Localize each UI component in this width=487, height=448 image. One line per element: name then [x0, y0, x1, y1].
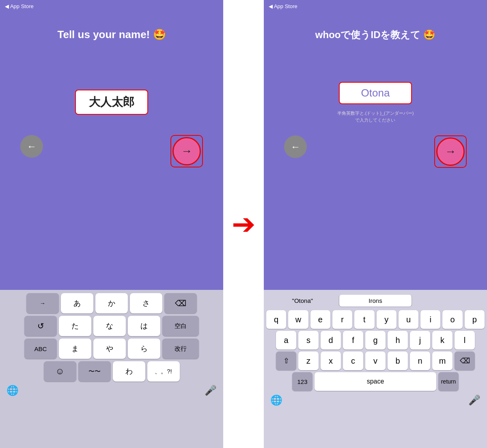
- key-t[interactable]: t: [354, 310, 374, 329]
- left-mic-icon[interactable]: 🎤: [205, 385, 217, 396]
- right-kb-row2: a s d f g h j k l: [266, 331, 485, 349]
- right-nav-buttons: ← →: [276, 135, 475, 168]
- key-h[interactable]: h: [388, 331, 408, 349]
- key-n[interactable]: n: [410, 352, 430, 370]
- left-key-space[interactable]: 空白: [162, 316, 199, 336]
- right-kb-row4: 123 space return: [266, 372, 485, 391]
- autocomplete-otona[interactable]: "Otona": [266, 295, 339, 307]
- left-key-ta[interactable]: た: [59, 316, 91, 336]
- key-space[interactable]: space: [315, 372, 436, 391]
- left-panel: ◀ App Store Tell us your name! 🤩 大人太郎 ← …: [0, 0, 223, 448]
- left-key-del[interactable]: ⌫: [164, 293, 197, 313]
- left-next-button-wrap: →: [170, 135, 203, 167]
- left-key-abc[interactable]: ABC: [24, 339, 57, 359]
- key-x[interactable]: x: [321, 352, 341, 370]
- key-123[interactable]: 123: [292, 372, 312, 391]
- key-d[interactable]: d: [321, 331, 341, 349]
- key-p[interactable]: p: [465, 310, 485, 329]
- transition-arrow: ➔: [232, 210, 256, 238]
- right-app-store-back[interactable]: ◀ App Store: [269, 3, 297, 9]
- left-key-sa[interactable]: さ: [130, 293, 162, 313]
- left-key-ma[interactable]: ま: [59, 339, 91, 359]
- right-globe-icon[interactable]: 🌐: [270, 394, 282, 406]
- right-app-bar: ◀ App Store: [264, 0, 487, 12]
- key-a[interactable]: a: [276, 331, 296, 349]
- right-panel: ◀ App Store whooで使うIDを教えて 🤩 Otona 半角英数字と…: [264, 0, 487, 448]
- key-b[interactable]: b: [388, 352, 408, 370]
- key-o[interactable]: o: [442, 310, 462, 329]
- autocomplete-bar: "Otona" Irons: [266, 292, 485, 308]
- key-q[interactable]: q: [266, 310, 286, 329]
- key-l[interactable]: l: [455, 331, 475, 349]
- left-key-ka[interactable]: か: [95, 293, 128, 313]
- left-kb-bottom-row: 🌐 🎤: [2, 384, 221, 396]
- right-kb-row1: q w e r t y u i o p: [266, 310, 485, 329]
- key-z[interactable]: z: [298, 352, 319, 370]
- left-key-arrow[interactable]: →: [26, 293, 59, 313]
- left-key-na[interactable]: な: [93, 316, 126, 336]
- key-s[interactable]: s: [298, 331, 319, 349]
- key-g[interactable]: g: [365, 331, 386, 349]
- id-hint-text: 半角英数字と.(ドット)_(アンダーバー) で入力してください: [337, 110, 414, 123]
- key-return[interactable]: return: [438, 372, 459, 391]
- left-keyboard: → あ か さ ⌫ ↺ た な は 空白 ABC ま や ら 改行 ☺ 〜〜 わ…: [0, 290, 223, 448]
- right-screen-title: whooで使うIDを教えて 🤩: [315, 28, 435, 41]
- left-kb-row4: ☺ 〜〜 わ 、。?!: [2, 361, 221, 382]
- key-f[interactable]: f: [343, 331, 363, 349]
- left-kb-row1: → あ か さ ⌫: [2, 293, 221, 313]
- left-screen: Tell us your name! 🤩 大人太郎 ← →: [0, 12, 223, 290]
- right-next-button-wrap: →: [434, 135, 467, 168]
- left-next-button[interactable]: →: [172, 137, 201, 165]
- left-key-ra[interactable]: ら: [128, 339, 160, 359]
- left-key-undo[interactable]: ↺: [24, 316, 57, 336]
- left-back-button[interactable]: ←: [20, 135, 43, 158]
- key-v[interactable]: v: [365, 352, 386, 370]
- autocomplete-irons[interactable]: Irons: [339, 295, 412, 307]
- right-mic-icon[interactable]: 🎤: [468, 394, 481, 406]
- left-key-ha[interactable]: は: [128, 316, 160, 336]
- left-screen-title: Tell us your name! 🤩: [57, 28, 166, 41]
- key-e[interactable]: e: [310, 310, 330, 329]
- key-w[interactable]: w: [288, 310, 308, 329]
- left-key-enter[interactable]: 改行: [162, 339, 199, 359]
- key-shift[interactable]: ⇧: [276, 352, 296, 370]
- left-kb-row2: ↺ た な は 空白: [2, 316, 221, 336]
- key-j[interactable]: j: [410, 331, 430, 349]
- left-globe-icon[interactable]: 🌐: [6, 385, 19, 396]
- left-app-bar: ◀ App Store: [0, 0, 223, 12]
- name-input[interactable]: 大人太郎: [75, 90, 148, 115]
- left-kb-row3: ABC ま や ら 改行: [2, 339, 221, 359]
- right-kb-row3: ⇧ z x c v b n m ⌫: [266, 352, 485, 370]
- right-back-button[interactable]: ←: [284, 135, 307, 158]
- left-app-store-back[interactable]: ◀ App Store: [5, 3, 34, 9]
- key-c[interactable]: c: [343, 352, 363, 370]
- key-y[interactable]: y: [377, 310, 396, 329]
- left-key-a[interactable]: あ: [61, 293, 93, 313]
- key-u[interactable]: u: [399, 310, 418, 329]
- left-key-punct[interactable]: 、。?!: [147, 361, 180, 382]
- right-screen: whooで使うIDを教えて 🤩 Otona 半角英数字と.(ドット)_(アンダー…: [264, 12, 487, 290]
- left-key-wave[interactable]: 〜〜: [78, 361, 111, 382]
- id-input[interactable]: Otona: [339, 82, 412, 104]
- key-k[interactable]: k: [432, 331, 453, 349]
- autocomplete-empty: [412, 298, 485, 303]
- arrow-divider: ➔: [223, 0, 264, 448]
- right-keyboard: "Otona" Irons q w e r t y u i o p a s d …: [264, 290, 487, 448]
- left-key-ya[interactable]: や: [93, 339, 126, 359]
- key-m[interactable]: m: [432, 352, 453, 370]
- key-i[interactable]: i: [420, 310, 440, 329]
- right-kb-bottom-icons: 🌐 🎤: [266, 393, 485, 406]
- left-key-emoji[interactable]: ☺: [44, 361, 76, 382]
- key-delete[interactable]: ⌫: [455, 352, 475, 370]
- left-nav-buttons: ← →: [12, 135, 211, 167]
- left-key-wa[interactable]: わ: [113, 361, 145, 382]
- right-next-button[interactable]: →: [436, 137, 465, 166]
- key-r[interactable]: r: [332, 310, 352, 329]
